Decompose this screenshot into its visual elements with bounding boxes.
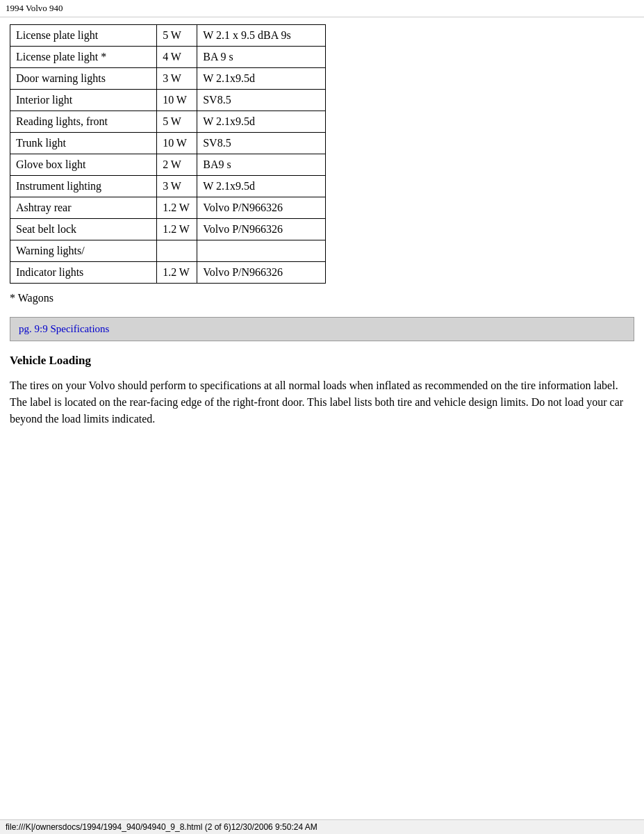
cell-wattage: 3 W xyxy=(157,68,197,90)
cell-type: W 2.1x9.5d xyxy=(197,68,326,90)
table-row: Warning lights/ xyxy=(10,240,326,262)
spec-link[interactable]: pg. 9:9 Specifications xyxy=(10,317,634,341)
body-text: The tires on your Volvo should perform t… xyxy=(10,377,634,427)
wagons-note: * Wagons xyxy=(10,292,634,304)
cell-wattage: 3 W xyxy=(157,176,197,197)
cell-wattage: 5 W xyxy=(157,25,197,47)
cell-wattage: 5 W xyxy=(157,111,197,133)
cell-name: Reading lights, front xyxy=(10,111,157,133)
cell-type: Volvo P/N966326 xyxy=(197,262,326,284)
cell-name: License plate light xyxy=(10,25,157,47)
cell-type: SV8.5 xyxy=(197,133,326,154)
page-title: 1994 Volvo 940 xyxy=(0,0,644,17)
table-row: Seat belt lock1.2 WVolvo P/N966326 xyxy=(10,219,326,240)
cell-name: Trunk light xyxy=(10,133,157,154)
table-row: License plate light *4 WBA 9 s xyxy=(10,47,326,68)
table-row: Trunk light10 WSV8.5 xyxy=(10,133,326,154)
cell-name: License plate light * xyxy=(10,47,157,68)
cell-type: Volvo P/N966326 xyxy=(197,219,326,240)
table-row: Glove box light2 WBA9 s xyxy=(10,154,326,176)
cell-name: Seat belt lock xyxy=(10,219,157,240)
cell-name: Ashtray rear xyxy=(10,197,157,219)
cell-wattage xyxy=(157,240,197,262)
cell-wattage: 2 W xyxy=(157,154,197,176)
cell-type xyxy=(197,240,326,262)
bulb-table: License plate light5 WW 2.1 x 9.5 dBA 9s… xyxy=(10,24,326,284)
cell-type: BA9 s xyxy=(197,154,326,176)
cell-name: Door warning lights xyxy=(10,68,157,90)
cell-wattage: 4 W xyxy=(157,47,197,68)
cell-type: W 2.1 x 9.5 dBA 9s xyxy=(197,25,326,47)
table-row: Indicator lights1.2 WVolvo P/N966326 xyxy=(10,262,326,284)
table-row: Door warning lights3 WW 2.1x9.5d xyxy=(10,68,326,90)
table-row: License plate light5 WW 2.1 x 9.5 dBA 9s xyxy=(10,25,326,47)
cell-type: SV8.5 xyxy=(197,90,326,111)
cell-wattage: 10 W xyxy=(157,133,197,154)
cell-type: W 2.1x9.5d xyxy=(197,176,326,197)
cell-type: Volvo P/N966326 xyxy=(197,197,326,219)
table-row: Instrument lighting3 WW 2.1x9.5d xyxy=(10,176,326,197)
cell-name: Glove box light xyxy=(10,154,157,176)
cell-wattage: 10 W xyxy=(157,90,197,111)
table-row: Interior light10 WSV8.5 xyxy=(10,90,326,111)
cell-wattage: 1.2 W xyxy=(157,197,197,219)
cell-wattage: 1.2 W xyxy=(157,262,197,284)
cell-name: Indicator lights xyxy=(10,262,157,284)
cell-wattage: 1.2 W xyxy=(157,219,197,240)
cell-name: Interior light xyxy=(10,90,157,111)
cell-type: W 2.1x9.5d xyxy=(197,111,326,133)
cell-name: Warning lights/ xyxy=(10,240,157,262)
table-row: Ashtray rear1.2 WVolvo P/N966326 xyxy=(10,197,326,219)
cell-name: Instrument lighting xyxy=(10,176,157,197)
table-row: Reading lights, front5 WW 2.1x9.5d xyxy=(10,111,326,133)
section-title: Vehicle Loading xyxy=(10,354,634,368)
cell-type: BA 9 s xyxy=(197,47,326,68)
